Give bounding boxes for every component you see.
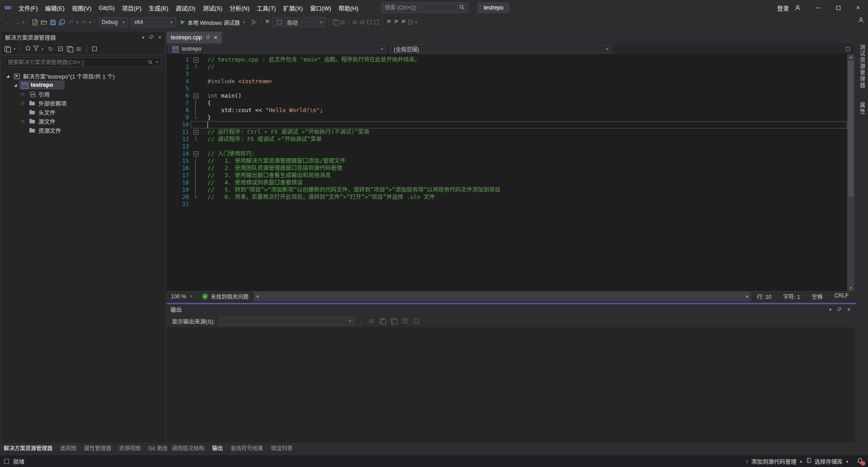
split-editor-icon[interactable]	[846, 45, 853, 53]
redo-icon[interactable]: ↷	[79, 17, 88, 28]
home-icon[interactable]	[25, 45, 31, 53]
code-text[interactable]: // 3. 使用输出窗口查看生成输出和其他消息	[208, 172, 331, 179]
code-line[interactable]: 15// 1. 使用解决方案资源管理器窗口添加/管理文件	[166, 157, 847, 165]
refresh-icon[interactable]: ↻	[46, 43, 55, 54]
panel-tab[interactable]: 属性管理器	[84, 444, 111, 452]
undo-icon[interactable]: ↶	[66, 17, 75, 28]
code-text[interactable]: {	[208, 99, 211, 107]
code-line[interactable]: 9}	[166, 114, 847, 121]
symbol-scope-dropdown[interactable]: (全局范围) ▾	[390, 44, 612, 53]
code-text[interactable]: // 入门使用技巧:	[208, 150, 255, 157]
expander-icon[interactable]: ▷	[19, 101, 27, 105]
line-number[interactable]: 12	[166, 136, 191, 143]
navigation-dropdown-icon[interactable]: ▾	[23, 20, 24, 24]
indent-decrease-icon[interactable]	[351, 19, 359, 26]
menu-item[interactable]: 项目(P)	[118, 0, 145, 15]
pin-icon[interactable]	[206, 34, 210, 41]
code-text[interactable]: int main()	[208, 92, 241, 99]
hot-reload-dropdown[interactable]: 自动 ▾	[272, 17, 326, 27]
uncomment-selection-icon[interactable]	[373, 19, 380, 26]
menu-item[interactable]: 测试(S)	[199, 0, 226, 15]
toolwindow-options-icon[interactable]: ▾	[829, 307, 831, 312]
global-search[interactable]	[381, 2, 468, 13]
line-number[interactable]: 8	[166, 107, 191, 114]
tree-item[interactable]: ▷源文件	[1, 117, 165, 126]
document-tab[interactable]: testrepo.cpp ×	[166, 32, 222, 43]
eol-indicator[interactable]: CRLF	[829, 292, 854, 300]
menu-item[interactable]: 生成(B)	[145, 0, 172, 15]
code-line[interactable]: 5	[166, 85, 847, 92]
code-line[interactable]: 10	[166, 121, 847, 128]
tree-item[interactable]: 资源文件	[1, 126, 165, 135]
comment-selection-icon[interactable]	[366, 19, 373, 26]
show-all-files-icon[interactable]	[66, 45, 73, 52]
code-line[interactable]: 19// 5. 转到“项目”>“添加新项”以创建新的代码文件，或转到“项目”>“…	[166, 186, 847, 193]
menu-item[interactable]: 调试(D)	[172, 0, 199, 15]
solution-name-button[interactable]: testrepo	[477, 2, 509, 13]
expander-icon[interactable]: ▷	[19, 119, 27, 123]
menu-item[interactable]: 分析(N)	[226, 0, 253, 15]
line-number[interactable]: 5	[166, 85, 191, 92]
scroll-down-icon[interactable]: ▼	[849, 285, 853, 291]
open-file-icon[interactable]	[39, 17, 48, 28]
code-line[interactable]: 17// 3. 使用输出窗口查看生成输出和其他消息	[166, 172, 847, 179]
expander-icon[interactable]: ◢	[4, 74, 11, 78]
find-message-icon[interactable]	[368, 317, 375, 325]
menu-item[interactable]: 编辑(E)	[42, 0, 68, 15]
user-profile-icon[interactable]	[794, 5, 801, 11]
global-search-input[interactable]	[385, 5, 459, 11]
code-editor[interactable]: 1// testrepo.cpp : 此文件包含 "main" 函数。程序执行将…	[166, 54, 847, 291]
scroll-right-icon[interactable]: ▶	[746, 294, 749, 298]
code-line[interactable]: 18// 4. 使用错误列表窗口查看错误	[166, 179, 847, 186]
start-without-debugging-icon[interactable]	[250, 17, 259, 28]
filter-icon[interactable]	[33, 45, 39, 53]
code-line[interactable]: 20// 6. 将来，若要再次打开此项目，请转到“文件”>“打开”>“项目”并选…	[166, 193, 847, 201]
scroll-up-icon[interactable]: ▲	[849, 54, 853, 60]
panel-tab[interactable]: 调用层次结构	[172, 444, 204, 452]
panel-tab[interactable]: 解决方案资源管理器	[4, 444, 52, 452]
preview-selected-items-icon[interactable]	[91, 45, 98, 52]
fold-collapse-icon[interactable]	[193, 150, 199, 157]
code-text[interactable]: //	[208, 63, 214, 71]
word-wrap-icon[interactable]	[413, 317, 420, 325]
background-tasks-icon[interactable]	[4, 459, 9, 464]
scrollbar-thumb[interactable]	[848, 61, 854, 197]
code-text[interactable]: // 5. 转到“项目”>“添加新项”以创建新的代码文件，或转到“项目”>“添加…	[208, 186, 500, 193]
close-panel-icon[interactable]: ×	[158, 34, 161, 41]
line-number[interactable]: 6	[166, 92, 191, 99]
line-number[interactable]: 18	[166, 179, 191, 186]
panel-tab[interactable]: 输出	[212, 444, 223, 452]
navigate-symbols-icon[interactable]	[339, 19, 346, 26]
goto-previous-message-icon[interactable]	[379, 317, 386, 325]
panel-tab[interactable]: Git 更改	[148, 444, 168, 452]
fold-collapse-icon[interactable]	[193, 56, 199, 63]
switch-views-icon[interactable]	[4, 45, 11, 52]
collapse-all-icon[interactable]	[57, 45, 64, 52]
code-text[interactable]: // 1. 使用解决方案资源管理器窗口添加/管理文件	[208, 157, 345, 165]
code-line[interactable]: 12// 调试程序: F5 或调试 >“开始调试”菜单	[166, 136, 847, 143]
save-all-icon[interactable]	[57, 17, 66, 28]
panel-tab[interactable]: 类视图	[60, 444, 76, 452]
indent-increase-icon[interactable]	[359, 19, 366, 26]
pin-icon[interactable]	[149, 34, 154, 41]
search-icon[interactable]	[459, 4, 465, 12]
menu-item[interactable]: 扩展(X)	[279, 0, 306, 15]
editor-horizontal-scrollbar[interactable]: ◀ ▶	[254, 292, 751, 302]
redo-dropdown-icon[interactable]: ▾	[89, 20, 91, 24]
navigate-forward-icon[interactable]: →	[13, 17, 22, 28]
code-line[interactable]: 3	[166, 71, 847, 78]
line-number[interactable]: 15	[166, 157, 191, 165]
line-number[interactable]: 21	[166, 201, 191, 208]
code-line[interactable]: 2//	[166, 63, 847, 71]
line-number[interactable]: 11	[166, 128, 191, 136]
solution-explorer-titlebar[interactable]: 解决方案资源管理器 ▾ ×	[1, 32, 165, 43]
expander-icon[interactable]: ◢	[12, 83, 19, 87]
line-number[interactable]: 2	[166, 63, 191, 71]
tree-item[interactable]: ◢解决方案"testrepo"(1 个项目/共 1 个)	[1, 71, 165, 80]
toolwindow-options-icon[interactable]: ▾	[142, 35, 144, 40]
zoom-dropdown[interactable]: 100 % ▾	[166, 293, 198, 300]
code-text[interactable]: #include <iostream>	[208, 78, 272, 85]
panel-tab[interactable]: 错误列表	[271, 444, 292, 452]
line-number[interactable]: 14	[166, 150, 191, 157]
pin-icon[interactable]	[837, 307, 842, 313]
